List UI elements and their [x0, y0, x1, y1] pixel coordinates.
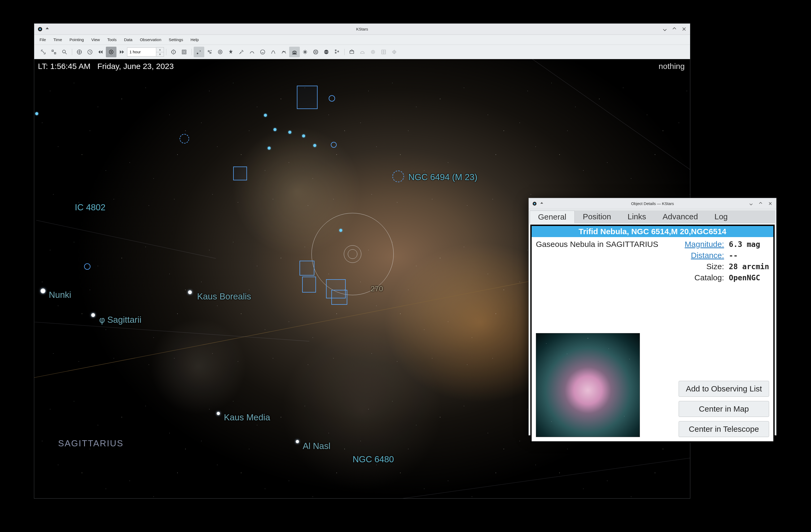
ekos-icon[interactable] [347, 47, 357, 57]
dso-marker[interactable] [326, 279, 346, 298]
titlebar: KStars [34, 24, 690, 35]
keep-above-icon[interactable] [44, 26, 50, 32]
property-grid: Gaseous Nebula in SAGITTARIUS Magnitude:… [532, 237, 773, 285]
dso-marker[interactable] [180, 134, 189, 143]
satellites-toggle-icon[interactable] [236, 47, 247, 57]
dso-marker[interactable] [84, 263, 90, 270]
star-phi-sgr[interactable] [91, 313, 95, 317]
menu-observation[interactable]: Observation [136, 36, 165, 44]
cnames-toggle-icon[interactable] [257, 47, 268, 57]
dso-marker[interactable] [297, 86, 318, 109]
center-icon[interactable] [168, 47, 179, 57]
step-forward-icon[interactable] [117, 47, 127, 57]
fov-ring-inner [348, 249, 357, 259]
zoom-box-icon[interactable] [48, 47, 59, 57]
prop-label[interactable]: Magnitude: [685, 240, 724, 249]
star-kaus-media[interactable] [217, 412, 220, 415]
star-al-nasl[interactable] [296, 440, 299, 443]
deepsky-toggle-icon[interactable] [204, 47, 215, 57]
minimize-button[interactable] [662, 26, 668, 32]
menu-data[interactable]: Data [120, 36, 136, 44]
sky-label[interactable]: Al Nasl [303, 441, 331, 451]
dso-marker[interactable] [302, 277, 316, 293]
star-kaus-borealis[interactable] [188, 291, 192, 294]
set-time-now-icon[interactable] [74, 47, 85, 57]
spin-down-icon[interactable]: ▼ [156, 52, 164, 57]
object-description: Gaseous Nebula in SAGITTARIUS [536, 240, 680, 249]
clines-toggle-icon[interactable] [247, 47, 257, 57]
solarsystem-toggle-icon[interactable] [215, 47, 226, 57]
star-nunki[interactable] [41, 288, 45, 293]
action-center-in-telescope[interactable]: Center in Telescope [679, 421, 769, 437]
clock-run-icon[interactable] [106, 47, 117, 57]
tab-advanced[interactable]: Advanced [655, 210, 706, 223]
cart-toggle-icon[interactable] [268, 47, 278, 57]
horizontal-grid-icon[interactable] [310, 47, 321, 57]
timestep-spinner[interactable]: ▲▼ [156, 47, 164, 57]
fov-icon[interactable] [179, 47, 189, 57]
prop-label[interactable]: Distance: [685, 251, 724, 260]
catalog-star[interactable] [35, 112, 38, 115]
equatorial-grid-icon[interactable] [300, 47, 310, 57]
menu-file[interactable]: File [36, 36, 50, 44]
spin-up-icon[interactable]: ▲ [156, 47, 164, 52]
maximize-button[interactable] [671, 26, 677, 32]
catalog-star[interactable] [288, 131, 291, 134]
sky-label[interactable]: NGC 6480 [353, 454, 394, 464]
catalog-star[interactable] [302, 135, 305, 137]
tab-general[interactable]: General [530, 210, 575, 223]
catalog-star[interactable] [268, 147, 271, 150]
constellation-line [34, 322, 309, 341]
menu-settings[interactable]: Settings [165, 36, 187, 44]
dso-marker[interactable] [329, 95, 335, 101]
menu-help[interactable]: Help [187, 36, 202, 44]
tab-log[interactable]: Log [706, 210, 736, 223]
close-button[interactable] [681, 26, 687, 32]
dialog-title: Object Details — KStars [529, 201, 776, 206]
catalog-star[interactable] [264, 114, 267, 117]
tab-position[interactable]: Position [575, 210, 619, 223]
clock-icon[interactable] [85, 47, 95, 57]
cbounds-toggle-icon[interactable] [278, 47, 289, 57]
find-icon[interactable] [59, 47, 70, 57]
tab-links[interactable]: Links [619, 210, 654, 223]
svg-point-3 [534, 203, 535, 204]
sky-label[interactable]: IC 4802 [75, 202, 106, 213]
sky-label[interactable]: 270 [371, 285, 383, 293]
catalog-star[interactable] [313, 144, 316, 147]
catalog-star[interactable] [274, 128, 276, 131]
dso-marker[interactable] [300, 261, 315, 276]
maximize-button[interactable] [758, 201, 764, 207]
dso-marker[interactable] [392, 171, 404, 182]
catalog-star[interactable] [339, 229, 342, 232]
object-thumbnail[interactable] [536, 333, 640, 437]
zoom-out-icon[interactable] [38, 47, 48, 57]
stars-toggle-icon[interactable] [194, 47, 204, 57]
milkyway-toggle-icon[interactable] [289, 47, 300, 57]
close-button[interactable] [767, 201, 773, 207]
sky-label[interactable]: φ Sagittarii [99, 315, 141, 325]
action-center-in-map[interactable]: Center in Map [679, 401, 769, 417]
dso-marker[interactable] [331, 142, 337, 148]
menu-time[interactable]: Time [50, 36, 66, 44]
action-add-to-observing-list[interactable]: Add to Observing List [679, 381, 769, 397]
dso-marker[interactable] [233, 167, 247, 180]
ground-toggle-icon[interactable] [321, 47, 332, 57]
timestep-input[interactable] [127, 47, 156, 57]
menu-view[interactable]: View [88, 36, 104, 44]
prop-value: OpenNGC [729, 273, 769, 282]
sky-label[interactable]: NGC 6494 (M 23) [408, 172, 477, 182]
dso-marker[interactable] [331, 290, 347, 305]
minimize-button[interactable] [748, 201, 754, 207]
sky-label[interactable]: Kaus Media [224, 412, 270, 422]
sky-label[interactable]: SAGITTARIUS [58, 438, 124, 449]
menu-tools[interactable]: Tools [104, 36, 120, 44]
flags-toggle-icon[interactable] [332, 47, 342, 57]
sky-label[interactable]: Kaus Borealis [197, 292, 251, 301]
step-back-icon[interactable] [95, 47, 106, 57]
keep-above-icon[interactable] [539, 201, 545, 207]
supernovae-toggle-icon[interactable] [226, 47, 236, 57]
menu-pointing[interactable]: Pointing [66, 36, 88, 44]
dialog-tabs: GeneralPositionLinksAdvancedLog [530, 210, 775, 223]
sky-label[interactable]: Nunki [49, 290, 71, 300]
